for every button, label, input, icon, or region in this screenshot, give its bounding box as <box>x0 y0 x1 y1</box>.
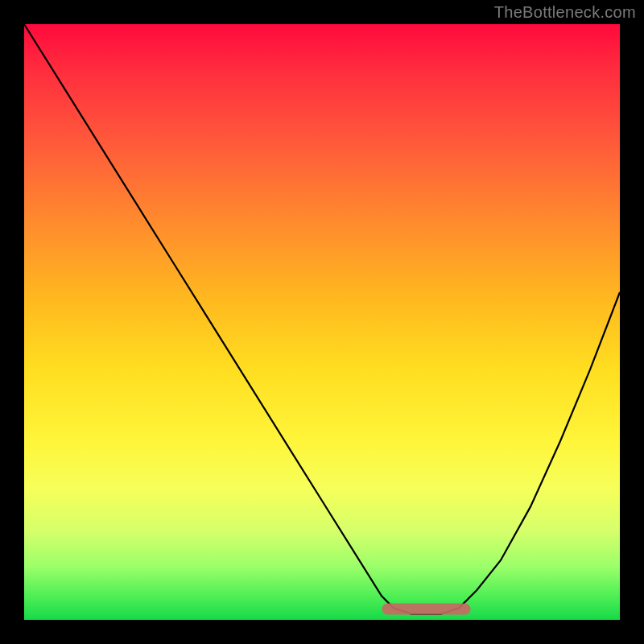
chart-frame: TheBottleneck.com <box>0 0 644 644</box>
curve-svg <box>24 24 620 620</box>
plot-area <box>24 24 620 620</box>
watermark-text: TheBottleneck.com <box>494 3 636 22</box>
bottleneck-curve <box>24 24 620 614</box>
